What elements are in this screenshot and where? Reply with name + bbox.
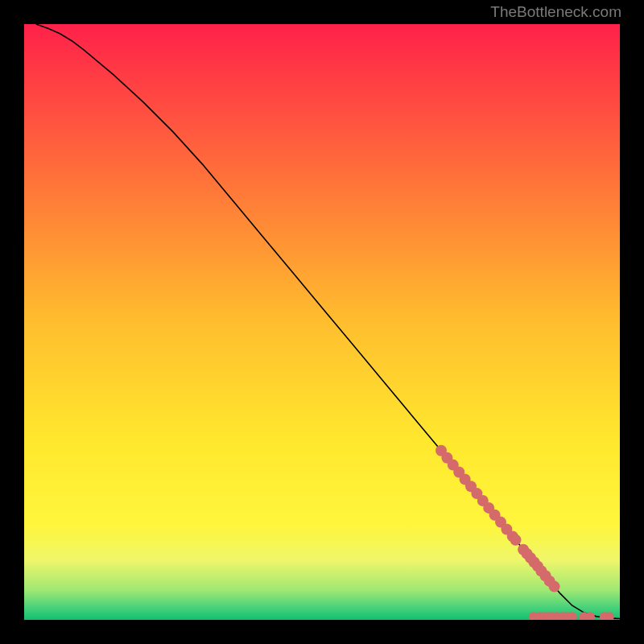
segment-dot — [549, 581, 560, 592]
chart-svg — [24, 24, 620, 620]
chart-plot — [24, 24, 620, 620]
chart-stage: TheBottleneck.com — [0, 0, 644, 644]
heatmap-background — [24, 24, 620, 620]
segment-dot — [510, 535, 522, 546]
watermark-label: TheBottleneck.com — [490, 3, 621, 21]
